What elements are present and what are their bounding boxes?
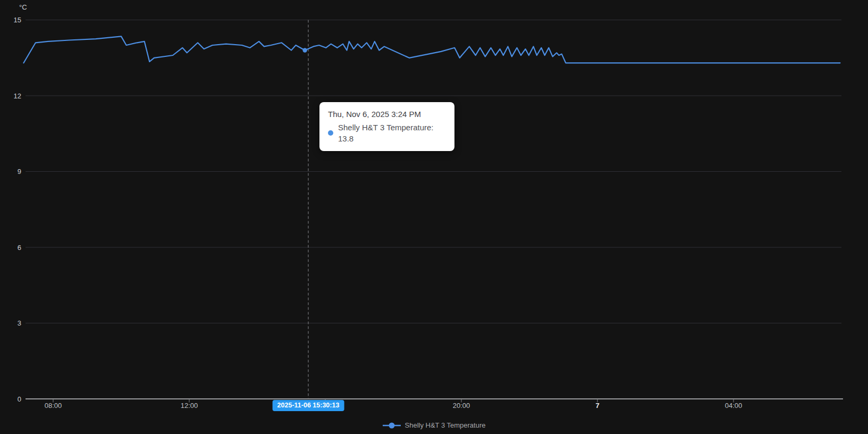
x-tick-label: 7 (595, 402, 599, 410)
temperature-history-chart: °C 03691215 08:0012:0020:00704:00 2025-1… (0, 0, 868, 434)
y-tick-label: 12 (0, 91, 21, 101)
series-color-dot-icon (328, 130, 333, 136)
y-tick-label: 6 (0, 243, 21, 253)
y-tick-label: 3 (0, 318, 21, 328)
y-tick-label: 0 (0, 394, 21, 404)
x-tick-label: 20:00 (453, 402, 470, 410)
selected-point-dot (302, 48, 307, 52)
legend: Shelly H&T 3 Temperature (0, 421, 868, 429)
tooltip-timestamp: Thu, Nov 6, 2025 3:24 PM (328, 108, 446, 120)
x-tick-label: 08:00 (45, 402, 62, 410)
crosshair-axis-value-pill: 2025-11-06 15:30:13 (273, 400, 344, 411)
y-tick-label: 15 (0, 15, 21, 25)
plot-area[interactable] (0, 0, 868, 434)
legend-item-shelly-ht3-temperature[interactable]: Shelly H&T 3 Temperature (383, 421, 486, 429)
tooltip-series-row: Shelly H&T 3 Temperature: 13.8 (328, 122, 446, 144)
tooltip: Thu, Nov 6, 2025 3:24 PM Shelly H&T 3 Te… (319, 102, 454, 151)
temperature-series-line (24, 36, 840, 63)
y-tick-label: 9 (0, 166, 21, 177)
y-axis-unit-label: °C (19, 3, 27, 11)
x-tick-label: 04:00 (725, 402, 743, 410)
x-tick-label: 12:00 (181, 402, 198, 410)
legend-label: Shelly H&T 3 Temperature (405, 421, 486, 429)
legend-line-marker-icon (383, 422, 401, 429)
tooltip-series-value: Shelly H&T 3 Temperature: 13.8 (338, 122, 446, 144)
